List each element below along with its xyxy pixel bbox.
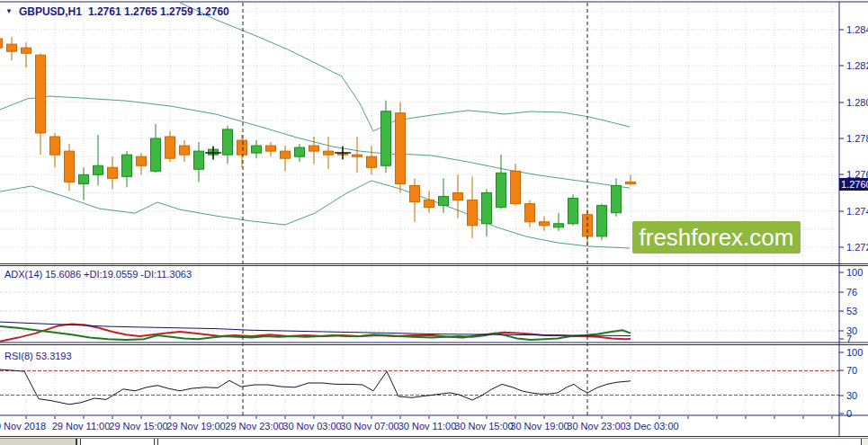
price-scale-label: 1.2745	[846, 206, 868, 217]
time-axis-label: 30 Nov 15:00	[454, 421, 513, 432]
candle-body	[597, 206, 607, 236]
price-scale-label: 1.2725	[846, 242, 868, 253]
rsi-scale-label: 30	[846, 390, 857, 401]
candle-body	[410, 185, 420, 201]
candle-body	[36, 55, 46, 133]
candle-body	[266, 146, 276, 151]
candle-body	[453, 193, 463, 200]
time-axis-label: 30 Nov 23:00	[567, 421, 625, 432]
rsi-scale-label: 100	[846, 347, 863, 358]
candle-body	[108, 167, 118, 178]
plus-di-line	[0, 326, 631, 340]
adx-scale-label: 7	[846, 334, 852, 344]
adx-indicator-label: ADX(14) 15.6086 +DI:19.0559 -DI:11.3063	[4, 269, 192, 280]
candle-body	[540, 222, 550, 226]
candle-body	[0, 39, 3, 48]
price-scale-label: 1.2825	[846, 60, 868, 71]
candle-body	[50, 137, 60, 155]
time-axis-label: 29 Nov 19:00	[166, 421, 225, 432]
ohlc-values: 1.2761 1.2765 1.2759 1.2760	[88, 5, 229, 18]
time-axis-label: 29 Nov 23:00	[225, 421, 283, 432]
candle-body	[166, 137, 175, 158]
candle-body	[554, 224, 564, 227]
time-axis-label: 29 Nov 11:00	[52, 421, 111, 432]
candle-body	[324, 151, 334, 155]
candle-body	[468, 200, 478, 226]
rsi-indicator-label: RSI(8) 53.3193	[4, 351, 72, 361]
candle-body	[425, 200, 434, 208]
bottom-tab-1[interactable]	[0, 439, 77, 445]
candle-body	[122, 155, 132, 176]
symbol-title: GBPUSD,H1	[19, 5, 82, 18]
candle-body	[180, 146, 190, 155]
candle-body	[223, 129, 233, 155]
price-scale-label: 1.2785	[846, 133, 868, 144]
rsi-scale-label: 70	[846, 365, 857, 376]
broker-watermark: freshforex.com	[632, 221, 801, 254]
candle-body	[94, 165, 103, 174]
candle-body	[151, 138, 161, 171]
rsi-line	[0, 369, 631, 405]
mt4-chart-window: 1.28451.28251.28051.27851.27651.27451.27…	[0, 0, 868, 445]
candle-body	[482, 193, 492, 224]
bottom-tab-2[interactable]	[80, 439, 155, 445]
price-scale-label: 1.2845	[846, 24, 868, 35]
candle-body	[439, 197, 449, 206]
candle-body	[295, 147, 305, 156]
candle-body	[252, 146, 262, 153]
candle-body	[568, 199, 578, 224]
time-axis-label: 29 Nov 2018	[0, 421, 46, 432]
price-scale-label: 1.2805	[846, 97, 868, 108]
current-price-box: 1.2760	[839, 178, 868, 191]
adx-scale-label: 53	[846, 306, 857, 316]
candle-body	[381, 111, 391, 166]
adx-scale-label: 76	[846, 287, 857, 298]
time-axis-label: 30 Nov 07:00	[340, 421, 398, 432]
bottom-tab-3[interactable]	[157, 439, 862, 445]
candle-body	[612, 185, 622, 212]
candle-body	[79, 174, 89, 183]
candle-body	[22, 48, 31, 53]
candle-body	[396, 113, 406, 184]
symbol-dropdown-arrow-icon[interactable]: ▼	[5, 8, 13, 15]
candle-body	[137, 156, 147, 165]
time-axis-label: 3 Dec 03:00	[625, 421, 678, 432]
candle-body	[497, 173, 506, 207]
time-axis-label: 30 Nov 11:00	[398, 421, 457, 432]
candle-body	[237, 140, 247, 155]
time-axis-label: 29 Nov 15:00	[109, 421, 167, 432]
candle-body	[511, 171, 521, 203]
candle-body	[65, 151, 75, 182]
bottom-tab-bar	[0, 438, 868, 445]
candle-body	[525, 204, 535, 222]
rsi-scale-label: 0	[846, 408, 852, 419]
time-axis-label: 30 Nov 19:00	[510, 421, 568, 432]
candle-body	[309, 146, 319, 151]
adx-scale-label: 100	[846, 267, 863, 278]
candle-body	[7, 44, 17, 51]
candle-body	[281, 151, 291, 158]
candle-body	[367, 156, 377, 167]
chart-header: ▼ GBPUSD,H1 1.2761 1.2765 1.2759 1.2760	[5, 5, 229, 18]
candle-body	[194, 151, 204, 169]
candle-body	[353, 155, 362, 156]
candle-body	[626, 182, 636, 183]
time-axis-label: 30 Nov 03:00	[282, 421, 341, 432]
